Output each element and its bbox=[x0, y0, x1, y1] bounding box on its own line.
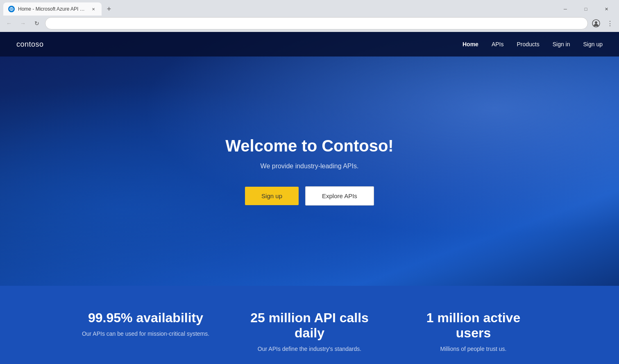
minimize-button[interactable]: ─ bbox=[556, 2, 575, 16]
hero-explore-button[interactable]: Explore APIs bbox=[305, 186, 374, 206]
stats-section: 99.95% availability Our APIs can be used… bbox=[0, 286, 619, 364]
nav-signin[interactable]: Sign in bbox=[553, 41, 570, 47]
stat-active-users-value: 1 million active users bbox=[408, 310, 539, 341]
stat-availability-value: 99.95% availability bbox=[80, 310, 211, 326]
profile-button[interactable] bbox=[590, 18, 602, 29]
address-bar: ← → ↻ ⋮ bbox=[0, 16, 619, 32]
tab-title: Home - Microsoft Azure API Mar... bbox=[18, 6, 87, 12]
url-bar[interactable] bbox=[45, 17, 588, 29]
title-bar: Home - Microsoft Azure API Mar... ✕ + ─ … bbox=[0, 0, 619, 16]
maximize-button[interactable]: □ bbox=[576, 2, 595, 16]
hero-signup-button[interactable]: Sign up bbox=[245, 187, 299, 205]
stat-api-calls: 25 million API calls daily Our APIs defi… bbox=[228, 310, 392, 352]
hero-subtitle: We provide industry-leading APIs. bbox=[261, 163, 359, 170]
tab-favicon bbox=[8, 6, 15, 12]
stat-active-users: 1 million active users Millions of peopl… bbox=[392, 310, 556, 352]
browser-menu-button[interactable]: ⋮ bbox=[604, 18, 616, 29]
hero-section: Welcome to Contoso! We provide industry-… bbox=[0, 32, 619, 286]
svg-point-4 bbox=[595, 21, 597, 24]
nav-apis[interactable]: APIs bbox=[492, 41, 504, 47]
stat-availability: 99.95% availability Our APIs can be used… bbox=[64, 310, 228, 352]
stat-active-users-desc: Millions of people trust us. bbox=[408, 346, 539, 352]
refresh-button[interactable]: ↻ bbox=[31, 18, 43, 29]
site-logo[interactable]: contoso bbox=[16, 40, 44, 49]
stat-api-calls-desc: Our APIs define the industry's standards… bbox=[244, 346, 375, 352]
webpage: contoso Home APIs Products Sign in Sign … bbox=[0, 32, 619, 364]
nav-signup[interactable]: Sign up bbox=[583, 41, 603, 47]
nav-links: Home APIs Products Sign in Sign up bbox=[463, 41, 603, 47]
back-button[interactable]: ← bbox=[3, 18, 15, 29]
nav-products[interactable]: Products bbox=[517, 41, 539, 47]
browser-chrome: Home - Microsoft Azure API Mar... ✕ + ─ … bbox=[0, 0, 619, 32]
new-tab-button[interactable]: + bbox=[103, 3, 115, 15]
stat-availability-desc: Our APIs can be used for mission-critica… bbox=[80, 330, 211, 337]
forward-button[interactable]: → bbox=[17, 18, 29, 29]
hero-title: Welcome to Contoso! bbox=[225, 137, 393, 155]
window-controls: ─ □ ✕ bbox=[556, 2, 616, 16]
close-button[interactable]: ✕ bbox=[597, 2, 616, 16]
browser-tab[interactable]: Home - Microsoft Azure API Mar... ✕ bbox=[3, 2, 102, 16]
tab-close-button[interactable]: ✕ bbox=[90, 6, 97, 12]
nav-home[interactable]: Home bbox=[463, 41, 478, 47]
hero-buttons: Sign up Explore APIs bbox=[245, 186, 374, 206]
site-navigation: contoso Home APIs Products Sign in Sign … bbox=[0, 32, 619, 57]
stat-api-calls-value: 25 million API calls daily bbox=[244, 310, 375, 341]
